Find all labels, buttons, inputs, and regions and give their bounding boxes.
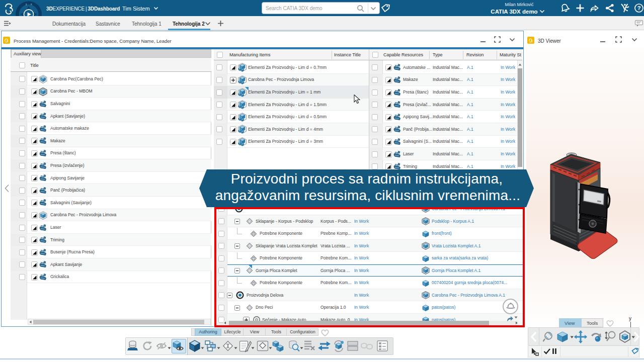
svg-text:?: ? xyxy=(637,5,641,11)
